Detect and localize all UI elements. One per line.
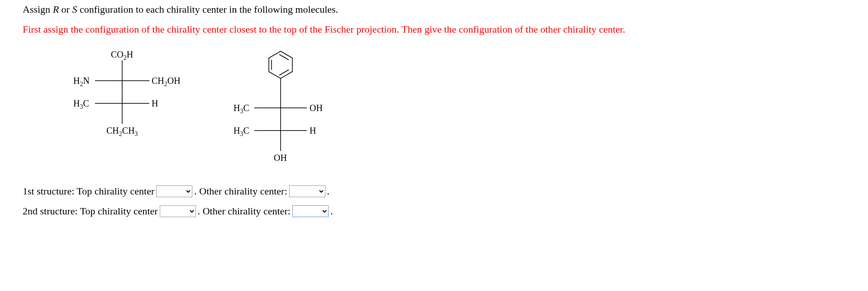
question-s: S [72, 4, 77, 15]
s2-c2-right: H [310, 126, 316, 136]
question-r: R [53, 4, 59, 15]
row2-other-dropdown[interactable] [292, 205, 329, 217]
row1-other-dropdown[interactable] [289, 185, 325, 197]
question-or: or [59, 4, 72, 15]
structure-1: CO2H H2N CH2OH H3C H CH2CH3 [63, 47, 181, 145]
question-prefix: Assign [23, 4, 53, 15]
row1-label: 1st structure: Top chirality center [23, 185, 154, 197]
s1-c2-left: H3C [73, 98, 89, 110]
row2-top-dropdown[interactable] [160, 205, 196, 217]
s2-c1-right: OH [310, 103, 323, 113]
s1-c1-left: H2N [73, 76, 90, 87]
s2-bottom: OH [274, 153, 287, 163]
s1-bottom: CH2CH3 [106, 126, 138, 137]
structure-2-svg: H3C OH H3C H OH [226, 47, 335, 169]
s1-top: CO2H [111, 49, 133, 61]
row1-mid: . Other chirality center: [194, 185, 287, 197]
row2-mid: . Other chirality center: [198, 205, 291, 217]
instruction-text: First assign the configuration of the ch… [23, 24, 845, 35]
question-text: Assign R or S configuration to each chir… [23, 4, 845, 15]
s1-c1-right: CH2OH [152, 76, 181, 87]
s1-c2-right: H [152, 98, 158, 108]
structure-1-svg: CO2H H2N CH2OH H3C H CH2CH3 [63, 47, 181, 142]
s2-c1-left: H3C [234, 103, 249, 115]
structures-container: CO2H H2N CH2OH H3C H CH2CH3 [63, 47, 845, 172]
row1-top-dropdown[interactable] [156, 185, 192, 197]
answer-row-2: 2nd structure: Top chirality center . Ot… [23, 205, 845, 217]
structure-2: H3C OH H3C H OH [226, 47, 335, 172]
row2-end: . [330, 205, 333, 217]
answer-row-1: 1st structure: Top chirality center . Ot… [23, 185, 845, 197]
s2-c2-left: H3C [234, 126, 249, 137]
question-suffix: configuration to each chirality center i… [77, 4, 338, 15]
row2-label: 2nd structure: Top chirality center [23, 205, 158, 217]
row1-end: . [327, 185, 330, 197]
